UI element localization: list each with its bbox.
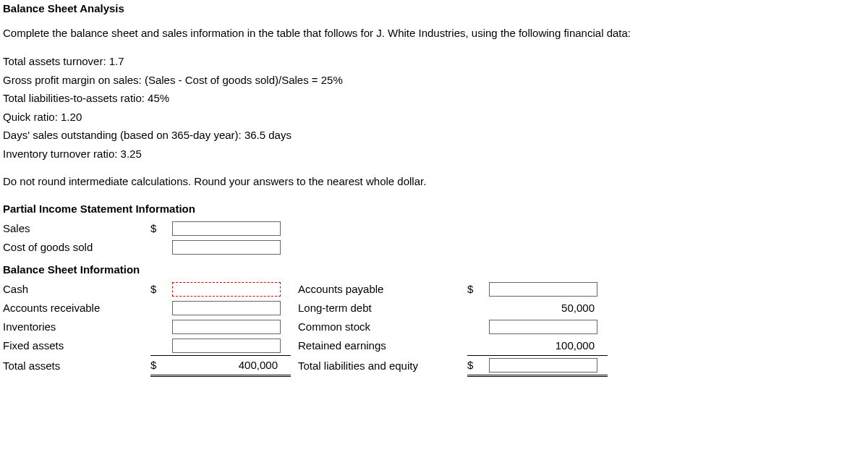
ar-label: Accounts receivable <box>3 299 150 318</box>
retained-earnings-label: Retained earnings <box>291 336 467 356</box>
inventories-input[interactable] <box>172 320 281 334</box>
ap-input[interactable] <box>489 282 597 297</box>
fixed-assets-input[interactable] <box>172 339 281 353</box>
fixed-assets-label: Fixed assets <box>3 336 150 356</box>
rounding-note: Do not round intermediate calculations. … <box>3 173 865 190</box>
ap-label: Accounts payable <box>291 280 467 299</box>
sales-input[interactable] <box>172 221 281 236</box>
ltd-value: 50,000 <box>489 299 597 317</box>
page-title: Balance Sheet Analysis <box>3 0 865 17</box>
dollar-sign: $ <box>467 356 489 376</box>
sales-label: Sales <box>3 219 150 238</box>
financial-data-list: Total assets turnover: 1.7 Gross profit … <box>3 52 865 163</box>
cash-input[interactable] <box>172 282 281 297</box>
instructions-text: Complete the balance sheet and sales inf… <box>3 25 865 42</box>
data-line: Total liabilities-to-assets ratio: 45% <box>3 89 865 108</box>
balance-sheet-header: Balance Sheet Information <box>3 261 865 278</box>
income-statement-table: Sales $ Cost of goods sold <box>3 219 291 257</box>
cogs-label: Cost of goods sold <box>3 238 150 257</box>
income-statement-header: Partial Income Statement Information <box>3 200 865 218</box>
dollar-sign: $ <box>150 280 172 299</box>
data-line: Total assets turnover: 1.7 <box>3 52 865 71</box>
total-liab-equity-label: Total liabilities and equity <box>291 356 467 376</box>
ar-input[interactable] <box>172 301 281 315</box>
inventories-label: Inventories <box>3 318 150 336</box>
total-liab-equity-input[interactable] <box>489 358 597 373</box>
dollar-sign: $ <box>467 280 489 299</box>
total-assets-label: Total assets <box>3 356 150 376</box>
ltd-label: Long-term debt <box>291 299 467 318</box>
data-line: Inventory turnover ratio: 3.25 <box>3 145 865 163</box>
common-stock-label: Common stock <box>291 318 467 336</box>
cash-label: Cash <box>3 280 150 299</box>
data-line: Gross profit margin on sales: (Sales - C… <box>3 71 865 90</box>
dollar-sign: $ <box>150 219 172 238</box>
cogs-input[interactable] <box>172 240 281 255</box>
retained-earnings-value: 100,000 <box>489 337 597 354</box>
dollar-sign: $ <box>150 356 172 376</box>
balance-sheet-table: Cash $ Accounts payable $ Accounts recei… <box>3 280 608 377</box>
data-line: Days' sales outstanding (based on 365-da… <box>3 126 865 145</box>
data-line: Quick ratio: 1.20 <box>3 108 865 127</box>
common-stock-input[interactable] <box>489 320 597 334</box>
total-assets-value: 400,000 <box>172 357 281 374</box>
